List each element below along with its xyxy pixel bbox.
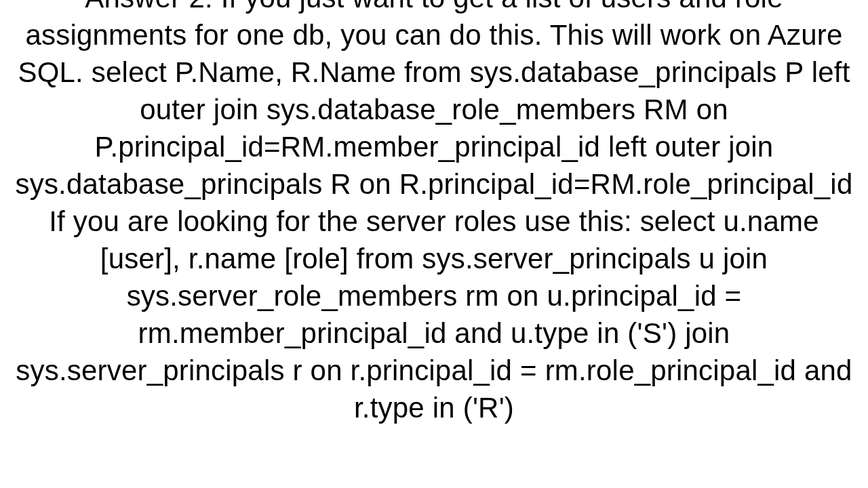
answer-body: Answer 2: If you just want to get a list… <box>0 0 868 467</box>
